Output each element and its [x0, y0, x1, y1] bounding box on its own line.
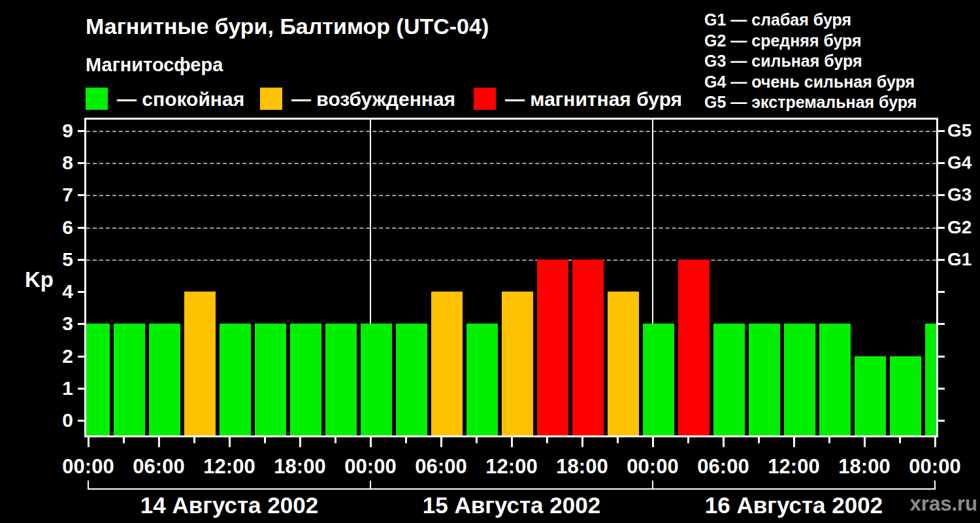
y-tick-right [938, 130, 945, 132]
g-axis-label: G1 [947, 250, 972, 269]
x-tick [88, 437, 90, 447]
g-legend-line-g4: G4 — очень сильная буря [704, 72, 917, 93]
kp-bar [149, 324, 180, 435]
g-axis-label: G2 [947, 218, 972, 237]
x-tick [123, 437, 125, 443]
x-tick [581, 437, 583, 447]
kp-bar [784, 324, 815, 435]
kp-bar [572, 260, 604, 435]
kp-bar [678, 260, 710, 435]
x-time-label: 00:00 [613, 456, 692, 477]
x-tick [158, 437, 160, 447]
y-tick [78, 162, 84, 164]
x-time-label: 06:00 [402, 456, 480, 477]
kp-bar [431, 292, 463, 435]
kp-bar [925, 324, 936, 435]
y-tick-right [938, 259, 945, 261]
g-legend-line-g1: G1 — слабая буря [704, 10, 917, 31]
date-bracket-tick [934, 481, 936, 490]
x-tick [546, 437, 548, 443]
y-tick-right [938, 356, 945, 358]
y-tick [78, 259, 84, 261]
date-label: 15 Августа 2002 [371, 493, 652, 517]
g-legend-line-g5: G5 — экстремальная буря [704, 92, 917, 113]
g-legend-line-g2: G2 — средняя буря [704, 31, 917, 52]
y-tick [78, 291, 84, 293]
y-tick [78, 323, 84, 325]
x-tick [440, 437, 442, 447]
gridline-kp5 [86, 260, 936, 261]
x-time-label: 12:00 [472, 456, 551, 477]
date-bracket-line [88, 488, 936, 490]
kp-bar [86, 324, 110, 435]
date-bracket-tick [370, 481, 371, 490]
kp-bar [608, 292, 639, 435]
gridline-kp7 [86, 195, 936, 196]
kp-bar [184, 292, 216, 435]
kp-bar [502, 292, 533, 435]
kp-bar [466, 324, 498, 435]
legend-swatch-storm-icon [474, 88, 496, 110]
date-label: 14 Августа 2002 [89, 493, 370, 517]
y-tick-label: 6 [20, 217, 73, 238]
x-tick [299, 437, 301, 447]
y-tick-label: 2 [20, 346, 73, 367]
x-time-label: 18:00 [543, 456, 621, 477]
kp-bar [749, 324, 780, 435]
kp-bar [220, 324, 251, 435]
y-tick-right [938, 323, 945, 325]
g-axis-label: G4 [947, 153, 972, 173]
y-tick-label: 1 [20, 378, 73, 399]
kp-bar [361, 324, 392, 435]
gridline-kp9 [86, 131, 936, 132]
legend-label-storm: — магнитная буря [505, 88, 682, 110]
kp-bar [396, 324, 427, 435]
x-tick [864, 437, 866, 447]
page-title: Магнитные бури, Балтимор (UTC-04) [86, 14, 489, 38]
g-axis-label: G3 [947, 185, 972, 205]
legend-heading: Магнитосфера [86, 55, 223, 75]
y-tick-right [938, 227, 945, 229]
x-tick [405, 437, 407, 443]
x-tick [370, 437, 372, 447]
y-tick-right [938, 420, 945, 422]
x-time-label: 00:00 [896, 456, 974, 477]
kp-bar [537, 260, 568, 435]
x-time-label: 12:00 [755, 456, 833, 477]
x-tick [723, 437, 725, 447]
y-tick-label: 4 [20, 281, 73, 302]
x-time-label: 06:00 [120, 456, 198, 477]
x-tick [476, 437, 478, 443]
magnetic-storm-chart: Магнитные бури, Балтимор (UTC-04) Магнит… [0, 0, 980, 523]
watermark: xras.ru [910, 493, 977, 515]
legend-label-quiet: — спокойная [117, 88, 244, 110]
kp-bar [713, 324, 745, 435]
y-tick-right [938, 162, 945, 164]
x-time-label: 12:00 [190, 456, 269, 477]
kp-bar [290, 324, 321, 435]
legend-label-excited: — возбужденная [291, 88, 455, 110]
date-bracket-tick [652, 481, 653, 490]
x-tick [511, 437, 513, 447]
x-tick [828, 437, 830, 443]
y-tick-label: 9 [20, 120, 73, 141]
legend-swatch-quiet-icon [86, 88, 108, 110]
y-tick-right [938, 291, 945, 293]
x-tick [687, 437, 689, 443]
y-tick-label: 5 [20, 249, 73, 270]
x-tick [899, 437, 901, 443]
y-tick [78, 420, 84, 422]
y-tick [78, 194, 84, 196]
x-time-label: 18:00 [825, 456, 904, 477]
x-tick [229, 437, 231, 447]
x-tick [934, 437, 936, 447]
gridline-kp8 [86, 163, 936, 164]
x-tick [758, 437, 760, 443]
kp-bar [325, 324, 357, 435]
gridline-kp6 [86, 228, 936, 229]
x-tick [335, 437, 336, 443]
x-tick [793, 437, 795, 447]
kp-bar [855, 356, 886, 435]
kp-bar [114, 324, 145, 435]
y-tick-label: 8 [20, 152, 73, 173]
